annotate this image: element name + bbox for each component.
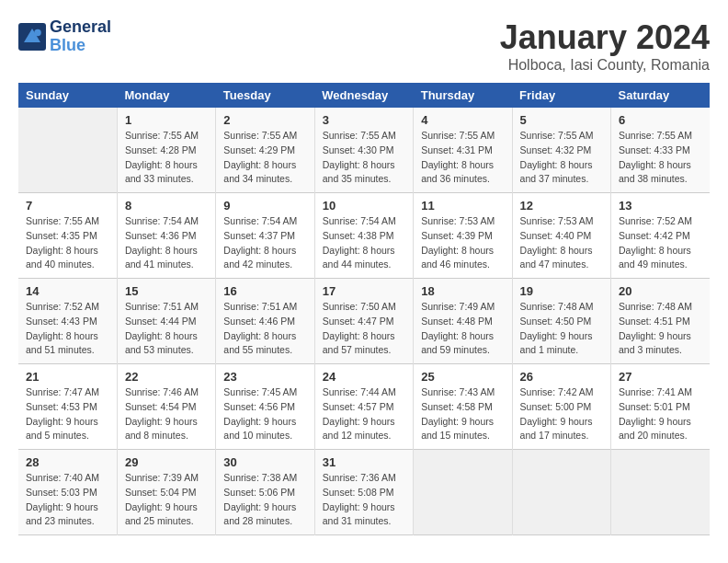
calendar-table: SundayMondayTuesdayWednesdayThursdayFrid… [18, 83, 710, 535]
day-info: Sunrise: 7:55 AM Sunset: 4:30 PM Dayligh… [323, 129, 405, 187]
day-number: 18 [421, 284, 504, 298]
day-number: 17 [323, 284, 405, 298]
logo: General Blue [18, 18, 111, 55]
day-number: 23 [223, 370, 306, 384]
day-number: 14 [26, 284, 109, 298]
day-number: 15 [125, 284, 208, 298]
day-number: 16 [223, 284, 306, 298]
calendar-cell [611, 450, 710, 535]
day-info: Sunrise: 7:55 AM Sunset: 4:32 PM Dayligh… [520, 129, 603, 187]
day-info: Sunrise: 7:46 AM Sunset: 4:54 PM Dayligh… [125, 385, 208, 443]
day-info: Sunrise: 7:55 AM Sunset: 4:35 PM Dayligh… [26, 214, 109, 272]
day-info: Sunrise: 7:41 AM Sunset: 5:01 PM Dayligh… [619, 385, 702, 443]
calendar-cell: 17Sunrise: 7:50 AM Sunset: 4:47 PM Dayli… [314, 279, 413, 364]
day-number: 1 [125, 113, 208, 127]
header-cell-friday: Friday [512, 83, 610, 108]
logo-line2: Blue [50, 37, 111, 55]
week-row-4: 21Sunrise: 7:47 AM Sunset: 4:53 PM Dayli… [18, 364, 710, 450]
calendar-cell: 3Sunrise: 7:55 AM Sunset: 4:30 PM Daylig… [314, 108, 413, 193]
day-info: Sunrise: 7:54 AM Sunset: 4:38 PM Dayligh… [323, 214, 405, 272]
day-info: Sunrise: 7:51 AM Sunset: 4:46 PM Dayligh… [223, 300, 306, 358]
logo-line1: General [50, 18, 111, 37]
day-info: Sunrise: 7:45 AM Sunset: 4:56 PM Dayligh… [223, 385, 306, 443]
calendar-cell: 15Sunrise: 7:51 AM Sunset: 4:44 PM Dayli… [117, 279, 215, 364]
calendar-cell: 10Sunrise: 7:54 AM Sunset: 4:38 PM Dayli… [314, 193, 413, 279]
day-info: Sunrise: 7:39 AM Sunset: 5:04 PM Dayligh… [125, 471, 208, 529]
week-row-2: 7Sunrise: 7:55 AM Sunset: 4:35 PM Daylig… [18, 193, 710, 279]
day-info: Sunrise: 7:50 AM Sunset: 4:47 PM Dayligh… [323, 300, 405, 358]
calendar-cell: 30Sunrise: 7:38 AM Sunset: 5:06 PM Dayli… [216, 450, 314, 535]
calendar-cell: 4Sunrise: 7:55 AM Sunset: 4:31 PM Daylig… [414, 108, 512, 193]
calendar-cell: 16Sunrise: 7:51 AM Sunset: 4:46 PM Dayli… [216, 279, 314, 364]
day-number: 27 [619, 370, 702, 384]
day-info: Sunrise: 7:54 AM Sunset: 4:36 PM Dayligh… [125, 214, 208, 272]
day-info: Sunrise: 7:55 AM Sunset: 4:31 PM Dayligh… [421, 129, 504, 187]
day-info: Sunrise: 7:51 AM Sunset: 4:44 PM Dayligh… [125, 300, 208, 358]
day-info: Sunrise: 7:43 AM Sunset: 4:58 PM Dayligh… [421, 385, 504, 443]
header-cell-saturday: Saturday [611, 83, 710, 108]
day-info: Sunrise: 7:55 AM Sunset: 4:33 PM Dayligh… [619, 129, 702, 187]
calendar-cell: 28Sunrise: 7:40 AM Sunset: 5:03 PM Dayli… [18, 450, 117, 535]
calendar-header-row: SundayMondayTuesdayWednesdayThursdayFrid… [18, 83, 710, 108]
calendar-cell: 25Sunrise: 7:43 AM Sunset: 4:58 PM Dayli… [414, 364, 512, 450]
calendar-cell: 9Sunrise: 7:54 AM Sunset: 4:37 PM Daylig… [216, 193, 314, 279]
calendar-cell: 27Sunrise: 7:41 AM Sunset: 5:01 PM Dayli… [611, 364, 710, 450]
week-row-5: 28Sunrise: 7:40 AM Sunset: 5:03 PM Dayli… [18, 450, 710, 535]
day-info: Sunrise: 7:52 AM Sunset: 4:43 PM Dayligh… [26, 300, 109, 358]
day-number: 8 [125, 199, 208, 213]
day-info: Sunrise: 7:55 AM Sunset: 4:29 PM Dayligh… [223, 129, 306, 187]
day-info: Sunrise: 7:49 AM Sunset: 4:48 PM Dayligh… [421, 300, 504, 358]
calendar-cell: 6Sunrise: 7:55 AM Sunset: 4:33 PM Daylig… [611, 108, 710, 193]
calendar-cell: 23Sunrise: 7:45 AM Sunset: 4:56 PM Dayli… [216, 364, 314, 450]
day-info: Sunrise: 7:44 AM Sunset: 4:57 PM Dayligh… [323, 385, 405, 443]
calendar-cell: 19Sunrise: 7:48 AM Sunset: 4:50 PM Dayli… [512, 279, 610, 364]
day-number: 2 [223, 113, 306, 127]
calendar-cell [512, 450, 610, 535]
calendar-cell: 26Sunrise: 7:42 AM Sunset: 5:00 PM Dayli… [512, 364, 610, 450]
day-number: 21 [26, 370, 109, 384]
day-number: 5 [520, 113, 603, 127]
logo-icon [18, 23, 46, 51]
svg-point-2 [34, 29, 41, 37]
day-number: 26 [520, 370, 603, 384]
day-info: Sunrise: 7:48 AM Sunset: 4:51 PM Dayligh… [619, 300, 702, 358]
calendar-cell: 2Sunrise: 7:55 AM Sunset: 4:29 PM Daylig… [216, 108, 314, 193]
header-cell-monday: Monday [117, 83, 215, 108]
calendar-cell: 29Sunrise: 7:39 AM Sunset: 5:04 PM Dayli… [117, 450, 215, 535]
day-info: Sunrise: 7:42 AM Sunset: 5:00 PM Dayligh… [520, 385, 603, 443]
day-info: Sunrise: 7:55 AM Sunset: 4:28 PM Dayligh… [125, 129, 208, 187]
calendar-cell: 22Sunrise: 7:46 AM Sunset: 4:54 PM Dayli… [117, 364, 215, 450]
calendar-title: January 2024 [500, 18, 710, 57]
day-number: 22 [125, 370, 208, 384]
day-number: 4 [421, 113, 504, 127]
day-number: 9 [223, 199, 306, 213]
day-info: Sunrise: 7:53 AM Sunset: 4:39 PM Dayligh… [421, 214, 504, 272]
calendar-cell [414, 450, 512, 535]
day-number: 24 [323, 370, 405, 384]
day-number: 13 [619, 199, 702, 213]
calendar-cell [18, 108, 117, 193]
day-info: Sunrise: 7:47 AM Sunset: 4:53 PM Dayligh… [26, 385, 109, 443]
day-number: 11 [421, 199, 504, 213]
calendar-cell: 13Sunrise: 7:52 AM Sunset: 4:42 PM Dayli… [611, 193, 710, 279]
day-info: Sunrise: 7:40 AM Sunset: 5:03 PM Dayligh… [26, 471, 109, 529]
week-row-1: 1Sunrise: 7:55 AM Sunset: 4:28 PM Daylig… [18, 108, 710, 193]
day-number: 6 [619, 113, 702, 127]
day-number: 3 [323, 113, 405, 127]
calendar-cell: 7Sunrise: 7:55 AM Sunset: 4:35 PM Daylig… [18, 193, 117, 279]
calendar-cell: 5Sunrise: 7:55 AM Sunset: 4:32 PM Daylig… [512, 108, 610, 193]
day-number: 10 [323, 199, 405, 213]
calendar-subtitle: Holboca, Iasi County, Romania [500, 57, 710, 74]
day-number: 25 [421, 370, 504, 384]
day-info: Sunrise: 7:52 AM Sunset: 4:42 PM Dayligh… [619, 214, 702, 272]
calendar-cell: 21Sunrise: 7:47 AM Sunset: 4:53 PM Dayli… [18, 364, 117, 450]
calendar-cell: 31Sunrise: 7:36 AM Sunset: 5:08 PM Dayli… [314, 450, 413, 535]
day-info: Sunrise: 7:38 AM Sunset: 5:06 PM Dayligh… [223, 471, 306, 529]
day-number: 31 [323, 455, 405, 469]
title-area: January 2024 Holboca, Iasi County, Roman… [500, 18, 710, 74]
calendar-cell: 11Sunrise: 7:53 AM Sunset: 4:39 PM Dayli… [414, 193, 512, 279]
calendar-cell: 8Sunrise: 7:54 AM Sunset: 4:36 PM Daylig… [117, 193, 215, 279]
day-info: Sunrise: 7:53 AM Sunset: 4:40 PM Dayligh… [520, 214, 603, 272]
day-info: Sunrise: 7:54 AM Sunset: 4:37 PM Dayligh… [223, 214, 306, 272]
day-number: 28 [26, 455, 109, 469]
